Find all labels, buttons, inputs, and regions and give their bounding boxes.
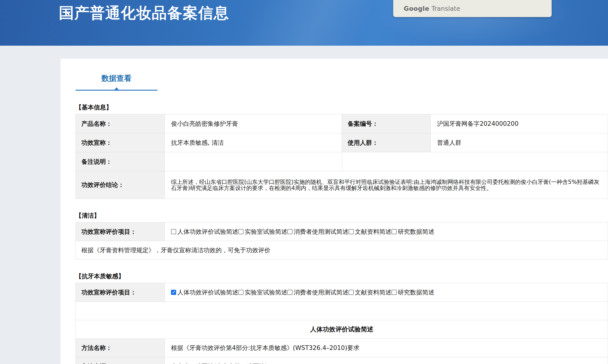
anti-items-label: 功效宣称评价项目： bbox=[76, 283, 165, 302]
checkbox-literature[interactable] bbox=[348, 229, 354, 234]
method-name-value: 根据《牙膏功效评价第4部分:抗牙本质敏感》(WST326.4–2010)要求 bbox=[165, 339, 608, 357]
basic-info-table: 产品名称： 俊小白亮皓密集修护牙膏 备案编号： 沪国牙膏网备字202400020… bbox=[76, 114, 608, 199]
checkbox-research-data[interactable] bbox=[391, 229, 397, 234]
human-efficacy-subsection-title: 人体功效评价试验简述 bbox=[76, 320, 608, 339]
checkbox-lab-test[interactable] bbox=[238, 290, 244, 295]
checkbox-label: 实验室试验简述 bbox=[245, 228, 287, 236]
method-source-label: 方法来源： bbox=[76, 357, 165, 364]
cleaning-table: 功效宣称评价项目： 人体功效评价试验简述 实验室试验简述 消费者使用测试简述 文… bbox=[76, 222, 608, 260]
checkbox-label: 研究数据简述 bbox=[398, 288, 434, 297]
remark-extra-cell bbox=[342, 152, 608, 171]
table-row bbox=[76, 302, 608, 320]
checkbox-label: 文献资料简述 bbox=[355, 228, 391, 236]
table-row: 功效宣称评价项目： 人体功效评价试验简述 实验室试验简述 消费者使用测试简述 文… bbox=[76, 283, 608, 302]
cleaning-items-label: 功效宣称评价项目： bbox=[76, 222, 165, 241]
checkbox-label: 实验室试验简述 bbox=[245, 288, 287, 297]
content-card: 数据查看 【基本信息】 产品名称： 俊小白亮皓密集修护牙膏 备案编号： 沪国牙膏… bbox=[60, 59, 608, 364]
checkbox-literature[interactable] bbox=[348, 290, 354, 295]
google-logo: Google bbox=[404, 5, 429, 12]
page-title: 国产普通化妆品备案信息 bbox=[59, 3, 229, 23]
anti-checkbox-row: 人体功效评价试验简述 实验室试验简述 消费者使用测试简述 文献资料简述 研究数据… bbox=[165, 283, 608, 302]
efficacy-claim-label: 功效宣称： bbox=[76, 133, 165, 152]
table-row: 功效评价结论： 综上所述，经山东省口腔医院(山东大学口腔医院)实施的随机、双盲和… bbox=[76, 171, 608, 199]
checkbox-label: 研究数据简述 bbox=[398, 228, 434, 236]
table-row: 方法名称： 根据《牙膏功效评价第4部分:抗牙本质敏感》(WST326.4–201… bbox=[76, 339, 608, 357]
anti-sensitivity-table: 功效宣称评价项目： 人体功效评价试验简述 实验室试验简述 消费者使用测试简述 文… bbox=[76, 283, 608, 364]
spacer-row bbox=[76, 302, 608, 320]
tab-data-view[interactable]: 数据查看 bbox=[102, 73, 132, 84]
checkbox-item: 研究数据简述 bbox=[391, 228, 434, 236]
product-name-label: 产品名称： bbox=[76, 114, 165, 133]
google-translate-widget[interactable]: Google Translate bbox=[393, 0, 552, 17]
record-no-value: 沪国牙膏网备字2024000200 bbox=[431, 114, 608, 133]
remark-label: 备注说明： bbox=[76, 152, 165, 171]
product-name-value: 俊小白亮皓密集修护牙膏 bbox=[165, 114, 342, 133]
checkbox-item: 研究数据简述 bbox=[391, 288, 434, 297]
table-row: 功效宣称： 抗牙本质敏感, 清洁 使用人群： 普通人群 bbox=[76, 133, 608, 152]
checkbox-item: 人体功效评价试验简述 bbox=[171, 288, 238, 297]
checkbox-lab-test[interactable] bbox=[238, 229, 244, 234]
conclusion-label: 功效评价结论： bbox=[76, 171, 165, 199]
checkbox-consumer-test[interactable] bbox=[287, 229, 292, 234]
checkbox-item: 实验室试验简述 bbox=[238, 228, 287, 236]
checkbox-research-data[interactable] bbox=[391, 290, 397, 295]
table-row: 人体功效评价试验简述 bbox=[76, 320, 608, 339]
conclusion-value: 综上所述，经山东省口腔医院(山东大学口腔医院)实施的随机、双盲和平行对照临床试验… bbox=[165, 171, 608, 199]
record-no-label: 备案编号： bbox=[342, 114, 431, 133]
checkbox-human-efficacy[interactable] bbox=[171, 290, 176, 295]
table-row: 产品名称： 俊小白亮皓密集修护牙膏 备案编号： 沪国牙膏网备字202400020… bbox=[76, 114, 608, 133]
checkbox-human-efficacy[interactable] bbox=[171, 229, 176, 234]
table-row: 备注说明： bbox=[76, 152, 608, 171]
table-row: 功效宣称评价项目： 人体功效评价试验简述 实验室试验简述 消费者使用测试简述 文… bbox=[76, 222, 608, 241]
checkbox-consumer-test[interactable] bbox=[287, 290, 292, 295]
remark-value bbox=[165, 152, 342, 171]
checkbox-item: 消费者使用测试简述 bbox=[287, 288, 348, 297]
cleaning-exemption-note: 根据《牙膏资料管理规定》，牙膏仅宣称清洁功效的，可免于功效评价 bbox=[76, 241, 608, 260]
checkbox-label: 文献资料简述 bbox=[355, 288, 391, 297]
section-heading-anti-sensitivity: 【抗牙本质敏感】 bbox=[76, 272, 608, 280]
method-name-label: 方法名称： bbox=[76, 339, 165, 357]
section-heading-cleaning: 【清洁】 bbox=[76, 211, 608, 220]
checkbox-item: 文献资料简述 bbox=[348, 228, 391, 236]
checkbox-label: 消费者使用测试简述 bbox=[294, 288, 348, 297]
method-source-value: 山东省口腔医院(山东大学口腔医院) bbox=[165, 357, 608, 364]
checkbox-item: 人体功效评价试验简述 bbox=[171, 228, 238, 236]
table-row: 方法来源： 山东省口腔医院(山东大学口腔医院) bbox=[76, 357, 608, 364]
checkbox-item: 实验室试验简述 bbox=[238, 288, 287, 297]
table-row: 根据《牙膏资料管理规定》，牙膏仅宣称清洁功效的，可免于功效评价 bbox=[76, 241, 608, 260]
cleaning-checkbox-row: 人体功效评价试验简述 实验室试验简述 消费者使用测试简述 文献资料简述 研究数据… bbox=[165, 222, 608, 241]
target-users-label: 使用人群： bbox=[342, 133, 431, 152]
tab-bar: 数据查看 bbox=[76, 73, 157, 91]
checkbox-item: 文献资料简述 bbox=[348, 288, 391, 297]
efficacy-claim-value: 抗牙本质敏感, 清洁 bbox=[165, 133, 342, 152]
checkbox-label: 消费者使用测试简述 bbox=[294, 228, 348, 236]
section-heading-basic-info: 【基本信息】 bbox=[76, 103, 608, 111]
google-translate-label: Translate bbox=[431, 5, 460, 12]
checkbox-label: 人体功效评价试验简述 bbox=[177, 288, 238, 297]
target-users-value: 普通人群 bbox=[431, 133, 608, 152]
checkbox-item: 消费者使用测试简述 bbox=[287, 228, 348, 236]
checkbox-label: 人体功效评价试验简述 bbox=[177, 228, 238, 236]
